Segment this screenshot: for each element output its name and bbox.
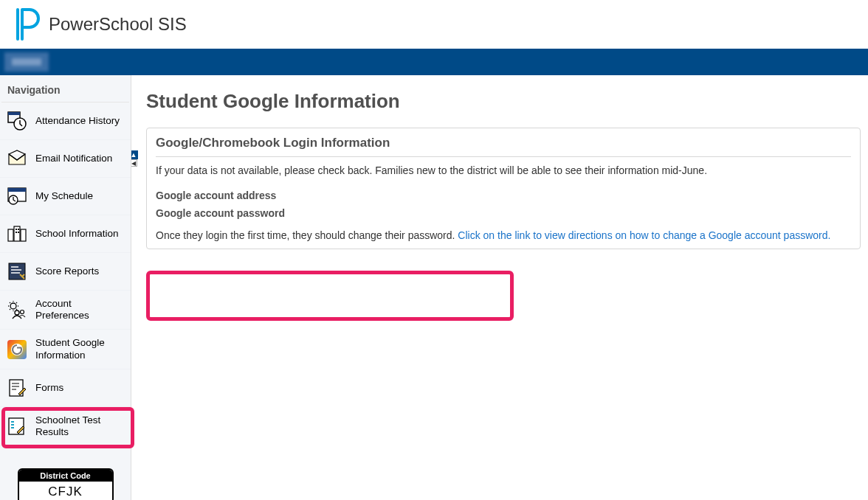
sidebar-item-forms[interactable]: Forms xyxy=(0,369,131,407)
info-row-address: Google account address xyxy=(156,187,851,204)
sidebar-item-attendance-history[interactable]: Attendance History xyxy=(0,103,131,140)
svg-point-16 xyxy=(21,310,24,314)
report-icon xyxy=(6,260,28,282)
login-info-card: Google/Chromebook Login Information If y… xyxy=(146,128,861,249)
banner-redacted xyxy=(4,52,49,72)
district-code-box: District Code CFJK xyxy=(18,468,114,500)
card-title: Google/Chromebook Login Information xyxy=(156,136,851,157)
card-note: If your data is not available, please ch… xyxy=(156,164,851,176)
nav-heading: Navigation xyxy=(1,75,129,103)
sidebar-item-account-preferences[interactable]: Account Preferences xyxy=(0,291,131,330)
powerschool-logo-icon xyxy=(15,8,40,41)
top-banner xyxy=(0,49,868,75)
google-icon xyxy=(6,338,28,361)
svg-rect-20 xyxy=(9,418,24,434)
google-password-label: Google account password xyxy=(156,207,377,219)
svg-point-14 xyxy=(10,303,16,309)
schedule-icon xyxy=(6,185,28,207)
district-code-label: District Code xyxy=(19,470,112,482)
svg-rect-8 xyxy=(21,229,26,241)
app-header: PowerSchool SIS xyxy=(0,0,868,49)
svg-rect-12 xyxy=(18,232,19,233)
change-password-link[interactable]: Click on the link to view directions on … xyxy=(458,229,830,241)
gear-people-icon xyxy=(6,299,28,321)
info-row-password: Google account password xyxy=(156,204,851,222)
sidebar-item-email-notification[interactable]: Email Notification xyxy=(0,140,131,178)
svg-rect-6 xyxy=(8,229,13,241)
main-content: Student Google Information Google/Chrome… xyxy=(131,75,868,500)
sidebar: Navigation Attendance History Email Noti… xyxy=(0,75,131,500)
svg-rect-1 xyxy=(8,112,20,115)
google-address-label: Google account address xyxy=(156,190,377,201)
svg-rect-9 xyxy=(16,229,17,230)
svg-rect-4 xyxy=(8,188,26,192)
card-footer: Once they login the first time, they sho… xyxy=(156,229,851,241)
sidebar-item-score-reports[interactable]: Score Reports xyxy=(0,253,131,291)
svg-point-15 xyxy=(15,310,19,315)
test-results-icon xyxy=(6,415,28,437)
envelope-icon xyxy=(6,147,28,170)
app-name: PowerSchool SIS xyxy=(49,14,187,35)
page-title: Student Google Information xyxy=(146,90,861,113)
svg-rect-11 xyxy=(16,232,17,233)
footer-text: Once they login the first time, they sho… xyxy=(156,229,458,241)
sidebar-item-schoolnet-test-results[interactable]: Schoolnet Test Results xyxy=(0,407,131,446)
sidebar-item-my-schedule[interactable]: My Schedule xyxy=(0,178,131,215)
sidebar-item-student-google-information[interactable]: Student Google Information xyxy=(0,330,131,369)
calendar-clock-icon xyxy=(6,110,28,132)
forms-icon xyxy=(6,377,28,399)
building-icon xyxy=(6,223,28,245)
district-code-value: CFJK xyxy=(19,482,112,500)
sidebar-item-school-information[interactable]: School Information xyxy=(0,215,131,253)
svg-rect-10 xyxy=(18,229,19,230)
